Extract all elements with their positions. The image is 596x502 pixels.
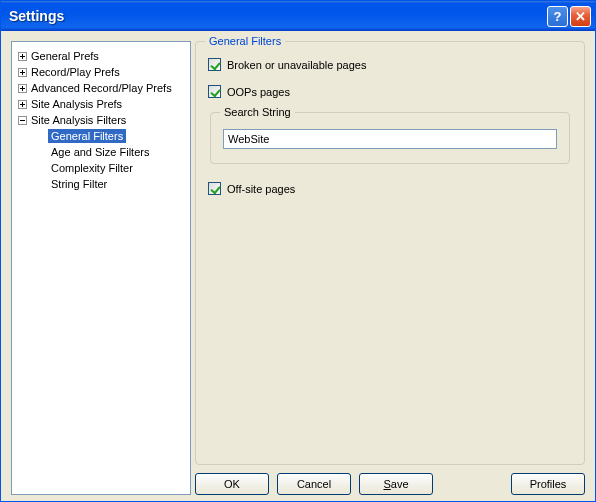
tree-item-string-filter[interactable]: String Filter (14, 176, 188, 192)
offsite-pages-checkbox[interactable] (208, 182, 221, 195)
close-button[interactable]: ✕ (570, 6, 591, 27)
right-panel: General Filters Broken or unavailable pa… (195, 41, 585, 495)
tree-item-record-play-prefs[interactable]: Record/Play Prefs (14, 64, 188, 80)
tree-label: Complexity Filter (48, 161, 136, 175)
close-icon: ✕ (575, 9, 586, 24)
titlebar: Settings ? ✕ (1, 1, 595, 31)
expand-icon[interactable] (18, 84, 27, 93)
oops-pages-checkbox[interactable] (208, 85, 221, 98)
collapse-icon[interactable] (18, 116, 27, 125)
broken-pages-row: Broken or unavailable pages (208, 58, 572, 71)
help-icon: ? (554, 9, 562, 24)
content-area: General Prefs Record/Play Prefs Advanced… (1, 31, 595, 501)
button-row: OK Cancel Save Profiles (195, 465, 585, 495)
search-string-title: Search String (220, 106, 295, 118)
group-title: General Filters (205, 35, 285, 47)
tree-item-general-filters[interactable]: General Filters (14, 128, 188, 144)
tree-item-general-prefs[interactable]: General Prefs (14, 48, 188, 64)
tree-label: Advanced Record/Play Prefs (31, 82, 172, 94)
nav-tree[interactable]: General Prefs Record/Play Prefs Advanced… (11, 41, 191, 495)
oops-pages-label: OOPs pages (227, 86, 290, 98)
settings-window: Settings ? ✕ General Prefs Record/Play P… (0, 0, 596, 502)
search-string-group: Search String (210, 112, 570, 164)
tree-item-advanced-record-play-prefs[interactable]: Advanced Record/Play Prefs (14, 80, 188, 96)
expand-icon[interactable] (18, 68, 27, 77)
spacer (441, 473, 503, 495)
general-filters-group: General Filters Broken or unavailable pa… (195, 41, 585, 465)
titlebar-buttons: ? ✕ (547, 6, 591, 27)
window-title: Settings (9, 8, 547, 24)
search-string-input[interactable] (223, 129, 557, 149)
ok-button[interactable]: OK (195, 473, 269, 495)
oops-pages-row: OOPs pages (208, 85, 572, 98)
tree-label: General Prefs (31, 50, 99, 62)
offsite-pages-label: Off-site pages (227, 183, 295, 195)
profiles-button[interactable]: Profiles (511, 473, 585, 495)
broken-pages-checkbox[interactable] (208, 58, 221, 71)
help-button[interactable]: ? (547, 6, 568, 27)
tree-label: Site Analysis Filters (31, 114, 126, 126)
expand-icon[interactable] (18, 100, 27, 109)
tree-item-age-size-filters[interactable]: Age and Size Filters (14, 144, 188, 160)
tree-item-complexity-filter[interactable]: Complexity Filter (14, 160, 188, 176)
offsite-pages-row: Off-site pages (208, 182, 572, 195)
tree-item-site-analysis-filters[interactable]: Site Analysis Filters (14, 112, 188, 128)
tree-label: String Filter (48, 177, 110, 191)
broken-pages-label: Broken or unavailable pages (227, 59, 366, 71)
cancel-button[interactable]: Cancel (277, 473, 351, 495)
tree-label: Age and Size Filters (48, 145, 152, 159)
save-button[interactable]: Save (359, 473, 433, 495)
tree-label: Site Analysis Prefs (31, 98, 122, 110)
tree-item-site-analysis-prefs[interactable]: Site Analysis Prefs (14, 96, 188, 112)
tree-label: Record/Play Prefs (31, 66, 120, 78)
expand-icon[interactable] (18, 52, 27, 61)
tree-label: General Filters (48, 129, 126, 143)
